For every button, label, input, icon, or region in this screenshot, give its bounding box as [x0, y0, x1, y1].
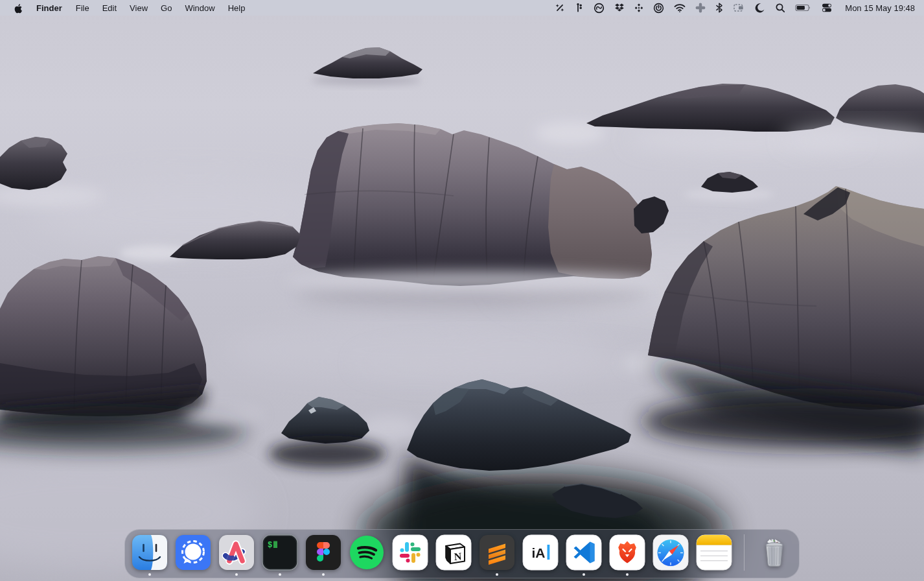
terminal-prompt-glyph: $: [268, 541, 272, 550]
apple-logo-icon: [13, 3, 23, 14]
apple-menu[interactable]: [6, 3, 29, 14]
dock-icon-ia-writer[interactable]: iA: [522, 534, 559, 571]
control-center-icon[interactable]: [818, 0, 836, 16]
running-indicator: [496, 573, 498, 576]
dock-icon-notes[interactable]: [696, 534, 732, 571]
wallpaper-image: [0, 0, 924, 581]
running-indicator: [322, 573, 325, 576]
power-symbol-icon[interactable]: [650, 0, 667, 16]
menu-finder[interactable]: Finder: [29, 3, 69, 13]
dock-icon-finder[interactable]: [132, 534, 168, 571]
dock-icon-figma[interactable]: [305, 534, 341, 571]
spotlight-search-icon[interactable]: [772, 0, 789, 16]
running-indicator: [583, 573, 585, 576]
dock-icon-sublime-text[interactable]: [479, 534, 515, 571]
dock-icon-brave[interactable]: [609, 534, 645, 571]
dropbox-icon[interactable]: [611, 0, 628, 16]
menu-help[interactable]: Help: [222, 3, 252, 13]
sparkles-wand-icon[interactable]: [551, 0, 568, 16]
dock-icon-arc[interactable]: [218, 534, 255, 571]
dock-icon-safari[interactable]: [653, 534, 689, 571]
menu-bar-left: Finder File Edit View Go Window Help: [6, 3, 251, 14]
dock-separator: [744, 534, 745, 571]
menu-go[interactable]: Go: [154, 3, 178, 13]
ia-writer-letters: iA: [532, 545, 546, 560]
dock-icon-notion[interactable]: N: [435, 534, 472, 571]
dock-icon-spotify[interactable]: [349, 534, 385, 571]
running-indicator: [279, 573, 281, 576]
desktop[interactable]: Finder File Edit View Go Window Help: [0, 0, 924, 581]
notion-letter: N: [454, 551, 462, 562]
rectangle-window-icon[interactable]: [730, 0, 748, 16]
dock: $: [124, 529, 800, 578]
menu-file[interactable]: File: [69, 3, 96, 13]
menu-bar-status: Mon 15 May 19:48: [551, 0, 915, 16]
battery-icon[interactable]: [792, 0, 814, 16]
diamond-cluster-icon[interactable]: [631, 0, 647, 16]
running-indicator: [626, 573, 629, 576]
running-indicator: [235, 573, 238, 576]
dock-icon-signal[interactable]: [175, 534, 211, 571]
dock-icon-slack[interactable]: [392, 534, 428, 571]
menu-window[interactable]: Window: [178, 3, 221, 13]
plus-cross-icon[interactable]: [692, 0, 709, 16]
bluetooth-icon[interactable]: [712, 0, 726, 16]
wifi-icon[interactable]: [671, 0, 689, 16]
dock-icon-vscode[interactable]: [566, 534, 602, 571]
running-indicator: [148, 573, 151, 576]
menu-bar: Finder File Edit View Go Window Help: [0, 0, 924, 16]
pill-dots-icon[interactable]: [572, 0, 587, 16]
menu-edit[interactable]: Edit: [96, 3, 123, 13]
dock-icon-trash[interactable]: [756, 534, 792, 571]
menu-view[interactable]: View: [123, 3, 154, 13]
focus-moon-icon[interactable]: [751, 0, 768, 16]
dock-icon-terminal[interactable]: $: [262, 534, 298, 571]
menu-bar-clock[interactable]: Mon 15 May 19:48: [839, 3, 915, 13]
adobe-creative-cloud-icon[interactable]: [590, 0, 608, 16]
